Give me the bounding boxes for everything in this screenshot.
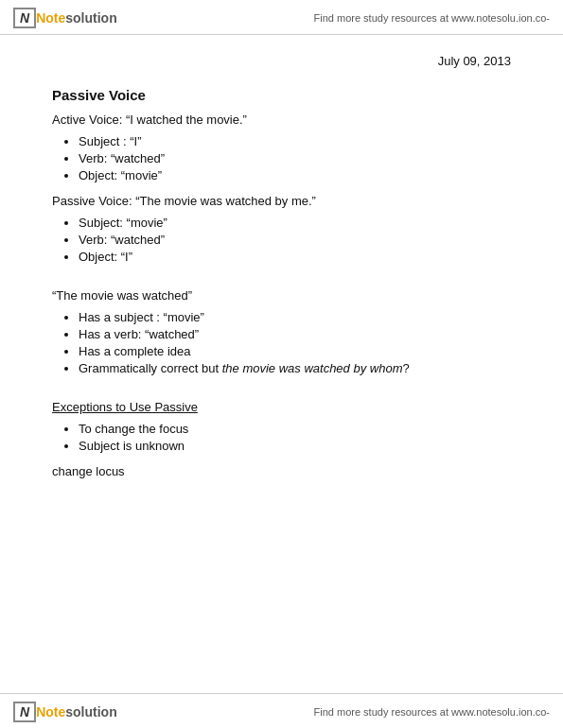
list-item: Subject: “movie” <box>79 216 511 230</box>
footer-logo-n: N <box>20 704 29 719</box>
exceptions-title: Exceptions to Use Passive <box>52 400 511 414</box>
list-item: Object: “movie” <box>79 168 511 182</box>
list-item: Verb: “watched” <box>79 151 511 165</box>
logo-n: N <box>20 10 29 26</box>
page-footer: N Notesolution Find more study resources… <box>0 693 563 728</box>
logo-solution: solution <box>65 10 116 26</box>
list-item: Has a complete idea <box>79 344 511 358</box>
quote-list: Has a subject : “movie” Has a verb: “wat… <box>79 310 511 375</box>
logo-box: N <box>13 8 36 28</box>
exceptions-list: To change the focus Subject is unknown <box>79 422 511 453</box>
active-voice-label: Active Voice: “I watched the movie.” <box>52 113 511 127</box>
list-item: Subject : “I” <box>79 134 511 148</box>
footer-logo-note: Note <box>36 704 65 719</box>
date: July 09, 2013 <box>52 54 511 68</box>
footer-logo-text: Notesolution <box>36 704 117 719</box>
change-locus: change locus <box>52 464 511 478</box>
footer-logo-box: N <box>13 702 36 722</box>
header-tagline: Find more study resources at www.notesol… <box>314 12 550 24</box>
list-item: Has a verb: “watched” <box>79 327 511 341</box>
list-item-italic: Grammatically correct but the movie was … <box>79 361 511 375</box>
passive-voice-label: Passive Voice: “The movie was watched by… <box>52 194 511 208</box>
list-item: Object: “I” <box>79 250 511 264</box>
main-content: July 09, 2013 Passive Voice Active Voice… <box>0 35 563 543</box>
list-item: Has a subject : “movie” <box>79 310 511 324</box>
footer-logo-solution: solution <box>65 704 116 719</box>
quote-label: “The movie was watched” <box>52 288 511 303</box>
list-item: To change the focus <box>79 422 511 436</box>
italic-text: the movie was watched by whom <box>222 361 403 375</box>
list-item: Verb: “watched” <box>79 233 511 247</box>
header-logo: N Notesolution <box>13 8 117 28</box>
logo-note: Note <box>36 10 65 26</box>
italic-prefix: Grammatically correct but <box>79 361 222 375</box>
italic-suffix: ? <box>402 361 409 375</box>
list-item: Subject is unknown <box>79 439 511 453</box>
active-voice-list: Subject : “I” Verb: “watched” Object: “m… <box>79 134 511 182</box>
logo-text: Notesolution <box>36 10 117 26</box>
footer-tagline: Find more study resources at www.notesol… <box>314 706 550 718</box>
footer-logo: N Notesolution <box>13 702 117 722</box>
passive-voice-list: Subject: “movie” Verb: “watched” Object:… <box>79 216 511 264</box>
page-title: Passive Voice <box>52 87 511 103</box>
page-header: N Notesolution Find more study resources… <box>0 0 563 35</box>
